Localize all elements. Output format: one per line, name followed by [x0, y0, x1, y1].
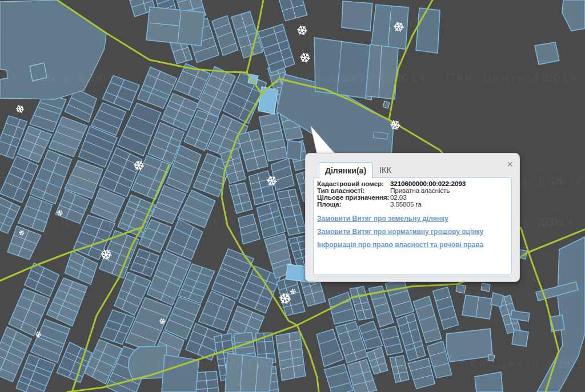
svg-text:2014 © ПКК. Центр ДЗК: 2014 © ПКК. Центр ДЗК [0, 71, 105, 84]
svg-text:2014 © ПКК. Центр ДЗК: 2014 © ПКК. Центр ДЗК [243, 71, 407, 84]
svg-text:2014 © ПКК. Центр ДЗК: 2014 © ПКК. Центр ДЗК [0, 358, 119, 370]
svg-text:2014 © ПКК. Центр ДЗК: 2014 © ПКК. Центр ДЗК [543, 216, 585, 228]
svg-text:2014 © ПКК. Центр ДЗК: 2014 © ПКК. Центр ДЗК [551, 175, 585, 187]
svg-text:2014 © ПКК. Центр ДЗК: 2014 © ПКК. Центр ДЗК [91, 71, 256, 84]
svg-text:2014 © ПКК. Центр ДЗК: 2014 © ПКК. Центр ДЗК [0, 175, 110, 187]
svg-text:2014 © ПКК. Центр ДЗК: 2014 © ПКК. Центр ДЗК [560, 358, 585, 370]
svg-text:2014 © ПКК. Центр ДЗК: 2014 © ПКК. Центр ДЗК [257, 358, 422, 370]
svg-text:2014 © ПКК. Центр ДЗК: 2014 © ПКК. Центр ДЗК [546, 71, 585, 84]
svg-text:2014 © ПКК. Центр ДЗК: 2014 © ПКК. Центр ДЗК [394, 71, 559, 84]
svg-text:2014 © ПКК. Центр ДЗК: 2014 © ПКК. Центр ДЗК [97, 175, 262, 187]
svg-text:2014 © ПКК. Центр ДЗК: 2014 © ПКК. Центр ДЗК [408, 358, 573, 370]
svg-text:2014 © ПКК. Центр ДЗК: 2014 © ПКК. Центр ДЗК [114, 216, 279, 228]
svg-text:2014 © ПКК. Центр ДЗК: 2014 © ПКК. Центр ДЗК [106, 358, 270, 370]
